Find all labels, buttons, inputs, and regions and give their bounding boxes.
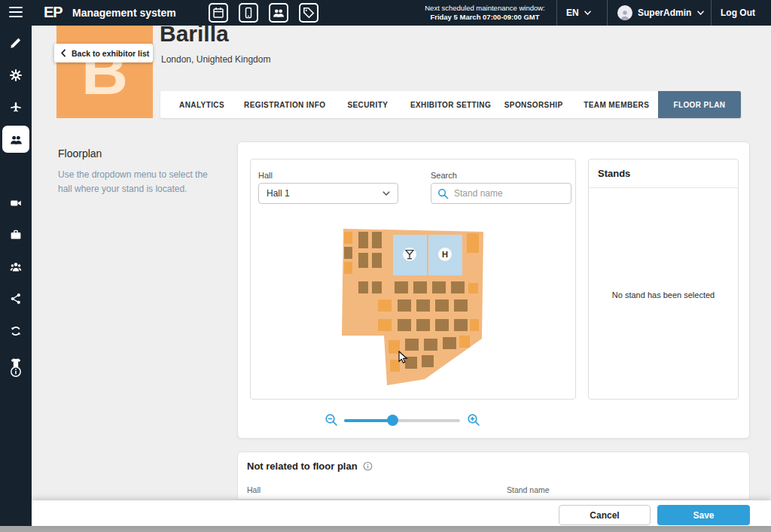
not-related-title-row: Not related to floor plan <box>247 461 373 472</box>
sidebar <box>0 26 32 526</box>
app-title: Management system <box>72 7 176 19</box>
divider <box>711 0 712 26</box>
zoom-in-button[interactable] <box>467 413 480 430</box>
letter-h-icon: H <box>438 248 452 261</box>
search-icon <box>437 188 449 199</box>
sidebar-item-info[interactable] <box>0 357 32 387</box>
window-edge <box>0 526 771 532</box>
sidebar-item-travel[interactable] <box>0 92 32 122</box>
sidebar-item-share[interactable] <box>0 284 32 314</box>
tab-bar: ANALYTICS REGISTRATION INFO SECURITY EXH… <box>160 91 741 118</box>
zoom-out-icon <box>325 413 338 427</box>
tab-team-members[interactable]: TEAM MEMBERS <box>575 91 658 118</box>
tab-security[interactable]: SECURITY <box>326 91 409 118</box>
stands-empty-message: No stand has been selected <box>589 290 738 299</box>
briefcase-icon <box>10 229 22 241</box>
exhibitor-location: London, Unighted Kingdom <box>161 54 270 65</box>
divider <box>607 0 608 26</box>
chevron-down-icon <box>382 191 390 196</box>
maintenance-label: Next scheduled maintenance window: <box>420 4 550 13</box>
cancel-button[interactable]: Cancel <box>559 505 651 525</box>
sidebar-item-sync[interactable] <box>0 316 32 346</box>
sidebar-item-briefcase[interactable] <box>0 220 32 250</box>
video-camera-icon <box>10 197 22 209</box>
zoom-out-button[interactable] <box>325 413 338 430</box>
tab-floor-plan[interactable]: FLOOR PLAN <box>658 91 741 118</box>
tag-icon <box>303 7 315 19</box>
person-icon <box>619 9 631 20</box>
search-label: Search <box>431 171 457 180</box>
tag-button[interactable] <box>299 3 318 23</box>
info-icon <box>10 366 22 378</box>
calendar-icon <box>212 7 224 19</box>
calendar-button[interactable] <box>209 3 228 23</box>
floorplan-section-title: Floorplan <box>58 147 102 160</box>
airplane-icon <box>10 101 22 113</box>
svg-text:H: H <box>442 250 448 259</box>
team-icon <box>10 261 22 273</box>
pencil-icon <box>10 37 22 49</box>
sync-icon <box>10 325 22 337</box>
exhibitors-icon <box>10 133 23 146</box>
language-selector[interactable]: EN <box>566 8 591 18</box>
sidebar-item-exhibitors[interactable] <box>2 126 29 153</box>
logout-button[interactable]: Log Out <box>721 8 755 18</box>
not-related-title: Not related to floor plan <box>247 461 358 472</box>
maintenance-value: Friday 5 March 07:00-09:00 GMT <box>420 13 550 22</box>
hamburger-menu-icon[interactable] <box>9 7 23 19</box>
hall-column-header: Hall <box>247 485 261 494</box>
hall-select[interactable]: Hall 1 <box>258 183 398 204</box>
zoom-in-icon <box>467 413 480 427</box>
chevron-down-icon <box>697 11 704 15</box>
back-button-label: Back to exhibitor list <box>72 49 149 58</box>
tab-analytics[interactable]: ANALYTICS <box>160 91 243 118</box>
attendees-button[interactable] <box>269 3 288 23</box>
martini-glass-icon <box>403 248 416 261</box>
search-box <box>431 183 571 204</box>
maintenance-notice: Next scheduled maintenance window: Frida… <box>420 4 550 22</box>
floorplan-section-description: Use the dropdown menu to select the hall… <box>58 168 222 196</box>
chevron-down-icon <box>584 11 591 15</box>
hall-select-value: Hall 1 <box>267 188 290 199</box>
zoom-slider-thumb[interactable] <box>387 415 398 426</box>
sidebar-item-edit[interactable] <box>0 28 32 58</box>
stands-panel-title: Stands <box>589 160 738 188</box>
tab-registration-info[interactable]: REGISTRATION INFO <box>243 91 326 118</box>
mouse-cursor <box>396 351 409 368</box>
language-label: EN <box>566 8 579 18</box>
action-footer: Cancel Save <box>32 500 771 526</box>
floorplan-card: Hall Hall 1 Search <box>237 141 750 439</box>
share-icon <box>10 293 22 305</box>
exhibitor-avatar: B <box>56 26 153 118</box>
save-button[interactable]: Save <box>657 505 750 525</box>
user-menu[interactable]: SuperAdmin <box>638 8 704 18</box>
stand-name-column-header: Stand name <box>507 485 550 494</box>
top-bar: EP Management system Next scheduled main… <box>0 0 771 26</box>
user-avatar[interactable] <box>617 5 632 20</box>
gear-icon <box>10 69 22 81</box>
back-to-exhibitor-list-button[interactable]: Back to exhibitor list <box>54 44 153 62</box>
attendees-icon <box>273 7 285 19</box>
app-logo: EP <box>44 4 62 21</box>
floorplan-panel: Hall Hall 1 Search <box>250 159 576 400</box>
zoom-slider-fill <box>344 419 392 422</box>
mobile-icon <box>242 7 254 19</box>
sidebar-item-media[interactable] <box>0 188 32 218</box>
sidebar-item-team[interactable] <box>0 252 32 282</box>
page: EP Management system Next scheduled main… <box>0 0 771 532</box>
mobile-button[interactable] <box>239 3 258 23</box>
floorplan-map[interactable]: H <box>340 224 487 386</box>
search-input[interactable] <box>454 188 552 199</box>
not-related-card: Not related to floor plan Hall Stand nam… <box>237 451 750 500</box>
chevron-left-icon <box>61 49 66 57</box>
divider <box>556 0 557 26</box>
hall-label: Hall <box>258 171 273 180</box>
stands-panel: Stands No stand has been selected <box>588 159 739 400</box>
tab-sponsorship[interactable]: SPONSORSHIP <box>492 91 575 118</box>
sidebar-item-settings[interactable] <box>0 60 32 90</box>
tab-exhibitor-setting[interactable]: EXHIBITOR SETTING <box>409 91 492 118</box>
username: SuperAdmin <box>638 8 691 18</box>
info-icon[interactable] <box>363 461 373 471</box>
